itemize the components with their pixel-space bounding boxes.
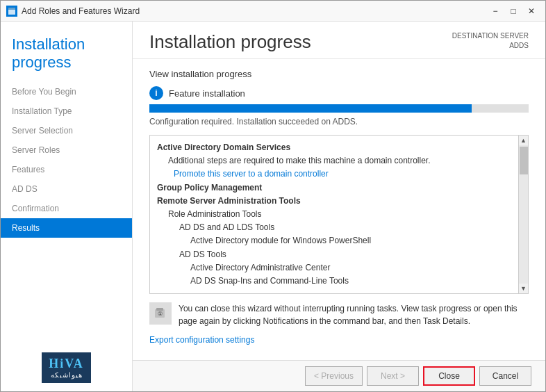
logo-top-text: HiVA — [49, 357, 84, 371]
main-header: Installation progress DESTINATION SERVER… — [133, 22, 545, 59]
results-content: Active Directory Domain Services Additio… — [150, 136, 528, 293]
notice-box: ① You can close this wizard without inte… — [149, 302, 529, 327]
sidebar-item-server-selection: Server Selection — [1, 121, 132, 140]
minimize-button[interactable]: − — [487, 4, 504, 18]
sidebar-item-results: Results — [1, 218, 132, 238]
destination-info: DESTINATION SERVER ADDS — [452, 31, 529, 51]
main-content: Installation progress DESTINATION SERVER… — [133, 22, 545, 391]
wizard-icon — [6, 6, 17, 17]
sidebar-title: Installation progress — [12, 35, 121, 72]
title-bar-controls: − □ ✕ — [487, 4, 540, 18]
export-link[interactable]: Export configuration settings — [149, 335, 254, 345]
logo-bottom-text: هیواشبکه — [51, 371, 83, 379]
scroll-thumb[interactable] — [520, 147, 528, 174]
main-title: Installation progress — [149, 31, 311, 53]
section-label: View installation progress — [149, 69, 529, 79]
next-button[interactable]: Next > — [367, 366, 419, 386]
result-line-0: Active Directory Domain Services — [157, 141, 515, 154]
sidebar-header: Installation progress — [1, 22, 132, 79]
result-line-2[interactable]: Promote this server to a domain controll… — [157, 168, 515, 181]
title-bar-text: Add Roles and Features Wizard — [22, 6, 487, 16]
scroll-down-arrow[interactable]: ▼ — [519, 284, 529, 293]
progress-bar-container — [149, 104, 529, 113]
result-line-7: Active Directory module for Windows Powe… — [157, 234, 515, 247]
svg-rect-1 — [8, 8, 15, 10]
sidebar-item-installation-type: Installation Type — [1, 101, 132, 121]
result-line-6: AD DS and AD LDS Tools — [157, 221, 515, 234]
svg-text:①: ① — [158, 311, 163, 317]
sidebar-logo: HiVA هیواشبکه — [1, 344, 132, 391]
result-line-8: AD DS Tools — [157, 248, 515, 261]
progress-bar-fill — [149, 104, 472, 113]
destination-line2: ADDS — [452, 41, 529, 51]
results-scrollbar[interactable]: ▲ ▼ — [518, 136, 528, 293]
result-line-5: Role Administration Tools — [157, 208, 515, 221]
result-line-10: AD DS Snap-Ins and Command-Line Tools — [157, 275, 515, 288]
info-icon: i — [149, 86, 163, 100]
previous-button[interactable]: < Previous — [305, 366, 363, 386]
scroll-track — [519, 145, 528, 284]
notice-text: You can close this wizard without interr… — [179, 302, 529, 327]
result-line-4: Remote Server Administration Tools — [157, 195, 515, 208]
feature-install-row: i Feature installation — [149, 86, 529, 100]
notice-icon: ① — [149, 302, 172, 325]
content-area: Installation progress Before You Begin I… — [1, 22, 545, 391]
feature-install-label: Feature installation — [169, 88, 245, 99]
result-line-9: Active Directory Administrative Center — [157, 261, 515, 275]
sidebar-item-ad-ds: AD DS — [1, 179, 132, 199]
sidebar-item-confirmation: Confirmation — [1, 199, 132, 218]
results-box[interactable]: Active Directory Domain Services Additio… — [149, 135, 529, 294]
sidebar-item-server-roles: Server Roles — [1, 140, 132, 160]
title-bar: Add Roles and Features Wizard − □ ✕ — [1, 1, 545, 22]
close-window-button[interactable]: ✕ — [523, 4, 540, 18]
scroll-up-arrow[interactable]: ▲ — [519, 136, 529, 145]
wizard-window: Add Roles and Features Wizard − □ ✕ Inst… — [0, 0, 546, 392]
result-line-3: Group Policy Management — [157, 181, 515, 195]
sidebar: Installation progress Before You Begin I… — [1, 22, 133, 391]
main-body: View installation progress i Feature ins… — [133, 59, 545, 360]
success-text: Configuration required. Installation suc… — [149, 117, 529, 126]
result-line-1: Additional steps are required to make th… — [157, 154, 515, 168]
close-button[interactable]: Close — [423, 366, 475, 386]
sidebar-item-features: Features — [1, 160, 132, 179]
destination-line1: DESTINATION SERVER — [452, 31, 529, 41]
logo-box: HiVA هیواشبکه — [42, 352, 91, 383]
cancel-button[interactable]: Cancel — [479, 366, 531, 386]
sidebar-item-before-you-begin: Before You Begin — [1, 82, 132, 101]
footer: < Previous Next > Close Cancel — [133, 360, 545, 391]
sidebar-nav: Before You Begin Installation Type Serve… — [1, 79, 132, 344]
maximize-button[interactable]: □ — [505, 4, 522, 18]
